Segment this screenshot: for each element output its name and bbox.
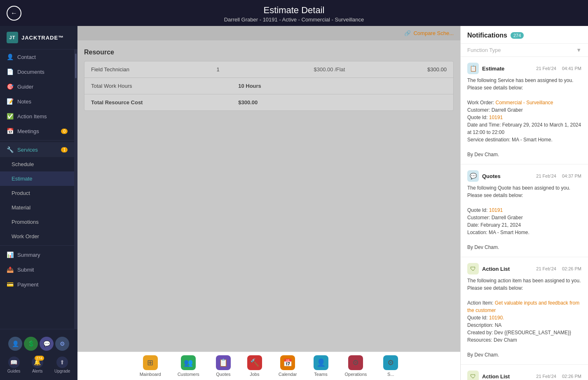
notif-item-4-header: 🛡 Action List 21 Feb'24 02:26 PM (467, 371, 581, 380)
sidebar-label-action-items: Action Items (17, 113, 47, 120)
notif-time-4: 02:26 PM (562, 374, 581, 379)
sidebar-scrollbar[interactable] (74, 49, 77, 329)
sidebar-bottom-icons: 📖 Guides 🔔 274 Alerts ⬆ Upgrade (0, 354, 77, 376)
bottom-nav: ⊞ Mainboard 👥 Customers 📋 Quotes 🔨 Jobs … (77, 352, 460, 380)
notif-title: Notifications (467, 32, 507, 39)
customers-label: Customers (178, 372, 199, 377)
back-icon: ← (11, 9, 17, 17)
sidebar-item-payment[interactable]: 💳 Payment (0, 277, 74, 292)
guider-icon: 🎯 (7, 83, 13, 90)
logo-icon: JT (7, 32, 18, 43)
notif-quote-id-2[interactable]: 10191 (489, 207, 503, 213)
notif-quote-id-3[interactable]: 10190. (489, 315, 504, 321)
content-area: 🔗 Compare Sche... Resource Field Technic… (77, 26, 460, 352)
sidebar-divider-2 (0, 245, 74, 246)
notif-intro-1: The following Service has been assigned … (467, 77, 574, 91)
notif-item-1-header: 📋 Estimate 21 Feb'24 04:41 PM (467, 63, 581, 74)
sidebar-label-work-order: Work Order (12, 233, 39, 239)
nav-jobs[interactable]: 🔨 Jobs (239, 352, 270, 380)
sidebar-item-estimate[interactable]: Estimate (0, 171, 74, 186)
notif-quote-id-1[interactable]: 10191 (489, 115, 503, 120)
quotes-icon: 📋 (216, 355, 231, 370)
nav-teams[interactable]: 👤 Teams (305, 352, 337, 380)
user-settings-icon[interactable]: ⚙ (55, 337, 69, 351)
sidebar-item-product[interactable]: Product (0, 186, 74, 200)
user-person-icon[interactable]: 👤 (8, 337, 22, 351)
teams-label: Teams (314, 372, 327, 377)
resource-col-rate: $300.00 /Flat (244, 66, 345, 73)
alerts-badge: 274 (35, 356, 44, 361)
teams-icon: 👤 (314, 355, 328, 370)
sidebar-item-meetings[interactable]: 📅 Meetings 0 (0, 124, 74, 138)
notif-estimate-icon: 📋 (467, 63, 479, 74)
notif-intro-3: The following action item has been assig… (467, 278, 581, 291)
notif-filter-label: Function Type (467, 47, 501, 53)
notif-action-item[interactable]: Get valuable inputs and feedback from th… (467, 300, 579, 313)
notif-item-2-header: 💬 Quotes 21 Feb'24 04:37 PM (467, 170, 581, 182)
sidebar-item-promotions[interactable]: Promotions (0, 215, 74, 229)
nav-mainboard[interactable]: ⊞ Mainboard (131, 352, 169, 380)
notif-date-1: 21 Feb'24 (536, 66, 556, 71)
sidebar-item-notes[interactable]: 📝 Notes (0, 94, 74, 109)
page-title: Estimate Detail (0, 5, 588, 16)
sidebar-label-documents: Documents (17, 69, 45, 75)
user-dollar-icon[interactable]: 💲 (24, 337, 38, 351)
notif-time-3: 02:26 PM (562, 266, 581, 271)
jobs-icon: 🔨 (247, 355, 262, 370)
sidebar-item-contact[interactable]: 👤 Contact (0, 49, 74, 64)
settings-nav-icon: ⚙ (383, 355, 398, 370)
jobs-label: Jobs (250, 372, 259, 377)
back-button[interactable]: ← (7, 6, 21, 21)
sidebar-scroll-thumb (75, 54, 77, 78)
sidebar-item-summary[interactable]: 📊 Summary (0, 247, 74, 262)
sidebar-item-work-order[interactable]: Work Order (0, 229, 74, 244)
calendar-label: Calendar (279, 372, 297, 377)
operations-label: Operations (345, 372, 367, 377)
nav-settings[interactable]: ⚙ S... (375, 352, 406, 380)
sidebar-item-submit[interactable]: 📤 Submit (0, 262, 74, 277)
guides-btn[interactable]: 📖 Guides (7, 357, 21, 373)
notif-item-3-header: 🛡 Action List 21 Feb'24 02:26 PM (467, 263, 581, 274)
user-chat-icon[interactable]: 💬 (40, 337, 54, 351)
sidebar-item-material[interactable]: Material (0, 200, 74, 215)
sidebar-label-submit: Submit (17, 267, 34, 273)
sidebar-item-schedule[interactable]: Schedule (0, 157, 74, 171)
upgrade-icon: ⬆ (56, 357, 68, 368)
compare-schedule-btn[interactable]: 🔗 Compare Sche... (404, 30, 454, 36)
notif-header: Notifications 274 (461, 26, 588, 44)
nav-calendar[interactable]: 📅 Calendar (270, 352, 305, 380)
upgrade-label: Upgrade (54, 369, 70, 373)
guides-icon: 📖 (8, 357, 20, 368)
alerts-btn[interactable]: 🔔 274 Alerts (32, 357, 43, 373)
notif-item-4: 🛡 Action List 21 Feb'24 02:26 PM The fol… (461, 365, 588, 380)
notif-work-order[interactable]: Commercial - Surveillance (495, 100, 553, 106)
nav-operations[interactable]: ⚙ Operations (337, 352, 375, 380)
page-subtitle: Darrell Graber - 10191 - Active - Commer… (0, 16, 588, 23)
alerts-label: Alerts (32, 369, 43, 373)
calendar-icon: 📅 (280, 355, 295, 370)
nav-customers[interactable]: 👥 Customers (169, 352, 208, 380)
work-hours-value: 10 Hours (230, 83, 447, 89)
submit-icon: 📤 (7, 266, 13, 273)
nav-quotes[interactable]: 📋 Quotes (208, 352, 239, 380)
sidebar-label-notes: Notes (17, 99, 31, 105)
notif-time-1: 04:41 PM (562, 66, 581, 71)
total-cost-label: Total Resource Cost (91, 99, 230, 106)
notif-date-4: 21 Feb'24 (536, 374, 556, 379)
sidebar-item-services[interactable]: 🔧 Services 1 (0, 142, 74, 157)
upgrade-btn[interactable]: ⬆ Upgrade (54, 357, 70, 373)
sidebar: JT JACKTRADE™ 👤 Contact 📄 Documents 🎯 Gu… (0, 26, 77, 380)
notif-date-2: 21 Feb'24 (536, 174, 556, 178)
work-hours-label: Total Work Hours (91, 83, 230, 89)
services-icon: 🔧 (7, 146, 13, 153)
settings-label: S... (387, 372, 394, 377)
sidebar-item-documents[interactable]: 📄 Documents (0, 64, 74, 79)
sidebar-item-guider[interactable]: 🎯 Guider (0, 79, 74, 94)
total-cost-value: $300.00 (230, 99, 447, 106)
services-badge: 1 (61, 147, 68, 152)
sidebar-label-schedule: Schedule (12, 161, 34, 167)
notif-filter[interactable]: Function Type ▼ (461, 44, 588, 57)
sidebar-item-action-items[interactable]: ✅ Action Items (0, 109, 74, 124)
sidebar-label-payment: Payment (17, 281, 38, 288)
mainboard-icon: ⊞ (143, 355, 158, 370)
